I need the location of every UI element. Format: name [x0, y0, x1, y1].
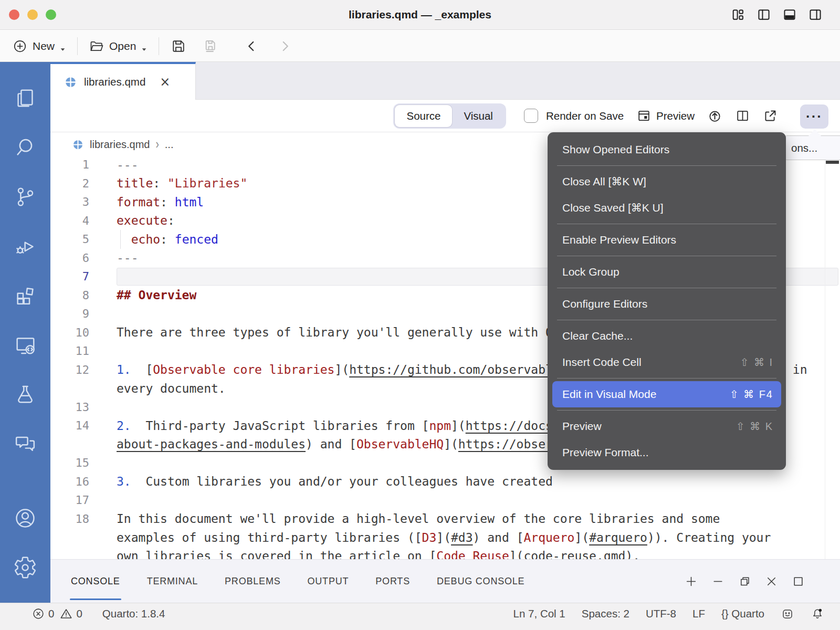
- menu-item-enable-preview-editors[interactable]: Enable Preview Editors: [548, 227, 786, 253]
- render-on-save-checkbox[interactable]: [524, 109, 538, 123]
- status-item-label: Ln 7, Col 1: [513, 607, 565, 620]
- panel-tabs: CONSOLETERMINALPROBLEMSOUTPUTPORTSDEBUG …: [70, 560, 526, 603]
- restore-panel-icon[interactable]: [738, 574, 752, 589]
- menu-item-show-opened-editors[interactable]: Show Opened Editors: [548, 136, 786, 163]
- activity-bar-item-explorer[interactable]: [0, 75, 50, 124]
- open-external-button[interactable]: [763, 108, 778, 123]
- line-number: 4: [50, 214, 89, 227]
- menu-item-close-saved-k-u[interactable]: Close Saved [⌘K U]: [548, 195, 786, 221]
- open-button[interactable]: Open: [89, 38, 148, 54]
- menu-item-insert-code-cell[interactable]: Insert Code Cell⇧ ⌘ I: [548, 349, 786, 375]
- breadcrumb-more[interactable]: ...: [165, 139, 174, 151]
- preview-button[interactable]: Preview: [636, 108, 695, 123]
- forward-button[interactable]: [277, 38, 293, 54]
- save-icon[interactable]: [170, 38, 187, 55]
- activity-bar-item-extensions[interactable]: [0, 272, 50, 321]
- code-line: 18In this document we'll provide a high-…: [50, 510, 840, 529]
- source-mode-button[interactable]: Source: [395, 105, 452, 127]
- toggle-primary-sidebar-icon[interactable]: [757, 7, 771, 22]
- menu-item-configure-editors[interactable]: Configure Editors: [548, 291, 786, 317]
- code-text: ## Overview: [117, 288, 196, 302]
- menu-item-preview[interactable]: Preview⇧ ⌘ K: [548, 413, 786, 439]
- menu-item-edit-in-visual-mode[interactable]: Edit in Visual Mode⇧ ⌘ F4: [552, 381, 781, 407]
- status-item-quarto-1-8-4[interactable]: Quarto: 1.8.4: [102, 607, 165, 620]
- minus-icon[interactable]: [711, 574, 725, 589]
- menu-divider: [557, 288, 776, 288]
- status-item-lf[interactable]: LF: [692, 607, 705, 620]
- menu-item-label: Preview Format...: [562, 446, 649, 459]
- remote-explorer-icon: [13, 333, 37, 359]
- activity-bar-item-testing[interactable]: [0, 371, 50, 420]
- visual-mode-button[interactable]: Visual: [452, 105, 504, 127]
- split-editor-button[interactable]: [735, 108, 750, 123]
- new-button[interactable]: New: [12, 38, 66, 54]
- back-button[interactable]: [244, 38, 259, 54]
- breadcrumb-file[interactable]: libraries.qmd: [90, 139, 150, 151]
- close-tab-icon[interactable]: ×: [160, 76, 170, 88]
- panel-tab-problems[interactable]: PROBLEMS: [224, 560, 281, 603]
- code-line: 163. Custom libraries you and/or your co…: [50, 472, 840, 491]
- menu-divider: [557, 256, 776, 256]
- status-bar: 00Quarto: 1.8.4 Ln 7, Col 1Spaces: 2UTF-…: [0, 603, 840, 630]
- window-layout-controls: [731, 7, 823, 22]
- editor-toolbar: Source Visual Render on Save Preview ···: [50, 100, 840, 132]
- line-number: 13: [50, 401, 89, 414]
- more-actions-button[interactable]: ···: [800, 104, 828, 129]
- close-icon[interactable]: [764, 574, 779, 589]
- line-number: 7: [50, 270, 89, 283]
- panel-tab-console[interactable]: CONSOLE: [70, 560, 121, 603]
- menu-item-preview-format[interactable]: Preview Format...: [548, 439, 786, 466]
- source-visual-toggle: Source Visual: [393, 103, 506, 129]
- panel-tab-debug-console[interactable]: DEBUG CONSOLE: [436, 560, 526, 603]
- save-all-icon[interactable]: [202, 38, 218, 55]
- menu-item-clear-cache[interactable]: Clear Cache...: [548, 323, 786, 349]
- code-text: In this document we'll provide a high-le…: [117, 512, 720, 526]
- status-item-0[interactable]: 0: [59, 607, 82, 621]
- publish-button[interactable]: [707, 108, 722, 123]
- title-bar: libraries.qmd — _examples: [0, 0, 840, 30]
- toggle-panel-icon[interactable]: [782, 7, 797, 22]
- menu-divider: [557, 410, 776, 411]
- activity-bar-item-comments[interactable]: [0, 420, 50, 469]
- panel-tab-output[interactable]: OUTPUT: [306, 560, 350, 603]
- toggle-secondary-sidebar-icon[interactable]: [808, 7, 823, 22]
- toolbar-divider: [159, 37, 159, 55]
- caret-down-icon: [141, 43, 148, 50]
- status-item-0[interactable]: 0: [32, 607, 54, 621]
- menu-item-label: Close Saved [⌘K U]: [562, 202, 664, 214]
- status-item-bell-icon[interactable]: [811, 607, 824, 621]
- gear-icon: [13, 555, 37, 582]
- tab-libraries-qmd[interactable]: libraries.qmd ×: [50, 62, 196, 100]
- panel-tab-ports[interactable]: PORTS: [374, 560, 411, 603]
- tooltip-more-actions: ons...: [784, 135, 840, 160]
- plus-icon[interactable]: [684, 574, 698, 589]
- activity-bar-item-account[interactable]: [0, 495, 50, 544]
- menu-divider: [557, 224, 776, 224]
- maximize-panel-icon[interactable]: [791, 574, 805, 589]
- line-number: 6: [50, 251, 89, 265]
- menu-item-lock-group[interactable]: Lock Group: [548, 259, 786, 285]
- status-item-utf-8[interactable]: UTF-8: [646, 607, 676, 620]
- open-external-icon: [763, 108, 778, 123]
- activity-bar-item-run-and-debug[interactable]: [0, 223, 50, 272]
- publish-icon: [707, 108, 722, 123]
- panel-tab-terminal[interactable]: TERMINAL: [146, 560, 199, 603]
- status-item-feedback-icon[interactable]: [781, 607, 794, 621]
- editor-actions-menu: Show Opened EditorsClose All [⌘K W]Close…: [548, 132, 786, 470]
- code-line: own libraries is covered in the article …: [50, 547, 840, 560]
- main-toolbar: New Open Search Python 3.12.: [0, 30, 840, 62]
- menu-item-close-all-k-w[interactable]: Close All [⌘K W]: [548, 169, 786, 195]
- activity-bar-item-remote-explorer[interactable]: [0, 321, 50, 371]
- activity-bar-item-source-control[interactable]: [0, 173, 50, 223]
- status-item-quarto[interactable]: {} Quarto: [721, 607, 764, 620]
- app-window: libraries.qmd — _examples New Open: [0, 0, 840, 630]
- line-number: 18: [50, 512, 89, 526]
- menu-item-shortcut: ⇧ ⌘ I: [740, 356, 773, 369]
- panel-actions: [684, 560, 805, 603]
- status-item-label: {} Quarto: [721, 607, 764, 620]
- status-item-ln-7-col-1[interactable]: Ln 7, Col 1: [513, 607, 565, 620]
- activity-bar-item-settings[interactable]: [0, 544, 50, 593]
- activity-bar-item-search[interactable]: [0, 124, 50, 173]
- customize-layout-icon[interactable]: [731, 7, 746, 22]
- status-item-spaces-2[interactable]: Spaces: 2: [582, 607, 629, 620]
